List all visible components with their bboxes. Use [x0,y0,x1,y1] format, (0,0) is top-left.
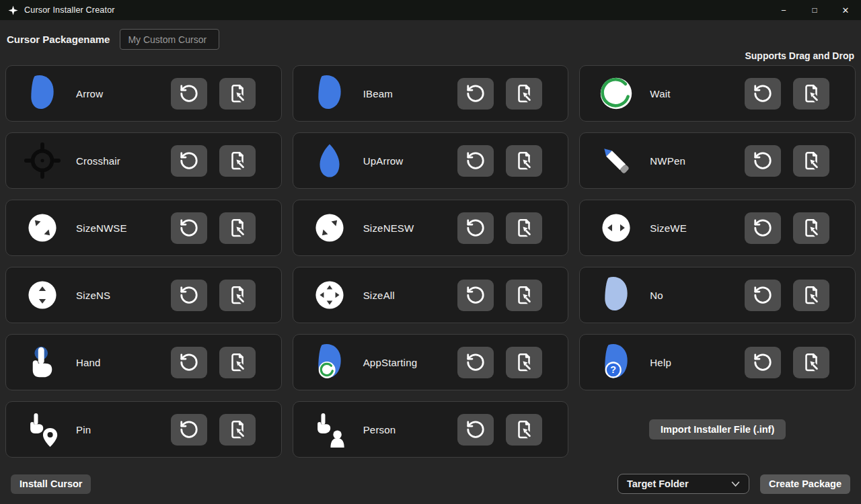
appstarting-cursor-icon [311,341,348,384]
cursor-card-sizens[interactable]: SizeNS [5,267,282,323]
card-buttons [745,78,829,110]
reset-cursor-button[interactable] [745,212,781,244]
import-cursor-file-button[interactable] [219,145,256,177]
cursor-card-wait[interactable]: Wait [579,65,856,122]
sizenwse-cursor-icon [24,206,61,249]
card-buttons [745,212,829,244]
titlebar: Cursor Installer Creator − □ ✕ [0,0,861,20]
import-installer-file-button[interactable]: Import Installer File (.inf) [649,419,786,439]
file-import-icon [514,285,534,305]
cursor-card-hand[interactable]: Hand [5,334,282,390]
cursor-card-arrow[interactable]: Arrow [5,65,282,122]
install-cursor-button[interactable]: Install Cursor [11,474,91,494]
reset-cursor-button[interactable] [457,414,494,446]
import-cursor-file-button[interactable] [506,414,542,446]
import-cursor-file-button[interactable] [219,414,256,446]
crosshair-cursor-icon [24,139,61,182]
reset-cursor-button[interactable] [171,212,207,244]
cursor-card-person[interactable]: Person [293,401,569,458]
import-cursor-file-button[interactable] [506,145,542,177]
footer-right: Target Folder Create Package [617,474,850,494]
reset-cursor-button[interactable] [171,347,207,378]
window-controls: − □ ✕ [768,0,861,20]
cursor-name: SizeWE [650,222,745,234]
import-cursor-file-button[interactable] [793,347,829,378]
cursor-name: NWPen [650,155,745,167]
cursor-card-no[interactable]: No [579,267,856,323]
reset-cursor-button[interactable] [457,78,494,110]
reset-cursor-button[interactable] [171,280,207,311]
rotate-ccw-icon [465,83,486,103]
import-cursor-file-button[interactable] [219,347,256,378]
import-cursor-file-button[interactable] [506,78,542,110]
pin-cursor-icon [24,408,61,451]
reset-cursor-button[interactable] [457,212,494,244]
cursor-card-uparrow[interactable]: UpArrow [293,132,569,189]
reset-cursor-button[interactable] [745,280,781,311]
import-cursor-file-button[interactable] [506,347,542,378]
packagename-label: Cursor Packagename [7,34,110,45]
reset-cursor-button[interactable] [457,347,494,378]
sizewe-cursor-icon [597,206,635,249]
import-cursor-file-button[interactable] [793,78,829,110]
file-import-icon [801,151,821,171]
import-cursor-file-button[interactable] [793,280,829,311]
reset-cursor-button[interactable] [457,145,494,177]
card-buttons [171,280,256,311]
reset-cursor-button[interactable] [171,145,207,177]
close-button[interactable]: ✕ [830,0,861,20]
card-buttons [457,414,542,446]
cursor-card-appstarting[interactable]: AppStarting [293,334,569,390]
cursor-grid: ArrowIBeamWaitCrosshairUpArrowNWPenSizeN… [5,65,856,458]
target-folder-select[interactable]: Target Folder [617,474,749,494]
import-cursor-file-button[interactable] [219,212,256,244]
cursor-card-ibeam[interactable]: IBeam [293,65,569,122]
person-cursor-icon [311,408,348,451]
rotate-ccw-icon [179,419,199,439]
help-cursor-icon: ? [597,341,635,384]
maximize-button[interactable]: □ [799,0,830,20]
uparrow-cursor-icon [311,139,348,182]
reset-cursor-button[interactable] [171,78,207,110]
card-buttons [457,78,542,110]
import-cursor-file-button[interactable] [793,145,829,177]
packagename-input[interactable] [120,29,219,50]
cursor-card-sizewe[interactable]: SizeWE [579,200,856,256]
import-cursor-file-button[interactable] [506,280,542,311]
file-import-icon [514,419,534,439]
card-buttons [457,280,542,311]
card-buttons [171,145,256,177]
cursor-card-sizeall[interactable]: SizeAll [293,267,569,323]
import-cursor-file-button[interactable] [506,212,542,244]
footer: Install Cursor Target Folder Create Pack… [5,474,856,494]
cursor-card-sizenwse[interactable]: SizeNWSE [5,200,282,256]
import-cursor-file-button[interactable] [793,212,829,244]
cursor-card-help[interactable]: ?Help [579,334,856,390]
cursor-card-sizenesw[interactable]: SizeNESW [293,200,569,256]
import-cursor-file-button[interactable] [219,78,256,110]
main-content: Cursor Packagename Supports Drag and Dro… [0,29,861,494]
drag-drop-hint: Supports Drag and Drop [5,50,856,61]
hand-cursor-icon [24,341,61,384]
cursor-card-nwpen[interactable]: NWPen [579,132,856,189]
reset-cursor-button[interactable] [457,280,494,311]
reset-cursor-button[interactable] [745,78,781,110]
chevron-down-icon [731,481,740,487]
cursor-card-pin[interactable]: Pin [5,401,282,458]
create-package-button[interactable]: Create Package [760,474,850,494]
file-import-icon [514,218,534,238]
reset-cursor-button[interactable] [171,414,207,446]
cursor-name: Arrow [76,88,171,99]
cursor-name: SizeNS [76,290,171,301]
rotate-ccw-icon [179,151,199,171]
reset-cursor-button[interactable] [745,347,781,378]
reset-cursor-button[interactable] [745,145,781,177]
file-import-icon [227,285,248,305]
cursor-name: Person [363,424,458,435]
nwpen-cursor-icon [597,139,635,182]
minimize-button[interactable]: − [768,0,799,20]
rotate-ccw-icon [753,151,773,171]
import-cursor-file-button[interactable] [219,280,256,311]
rotate-ccw-icon [179,83,199,103]
cursor-card-crosshair[interactable]: Crosshair [5,132,282,189]
